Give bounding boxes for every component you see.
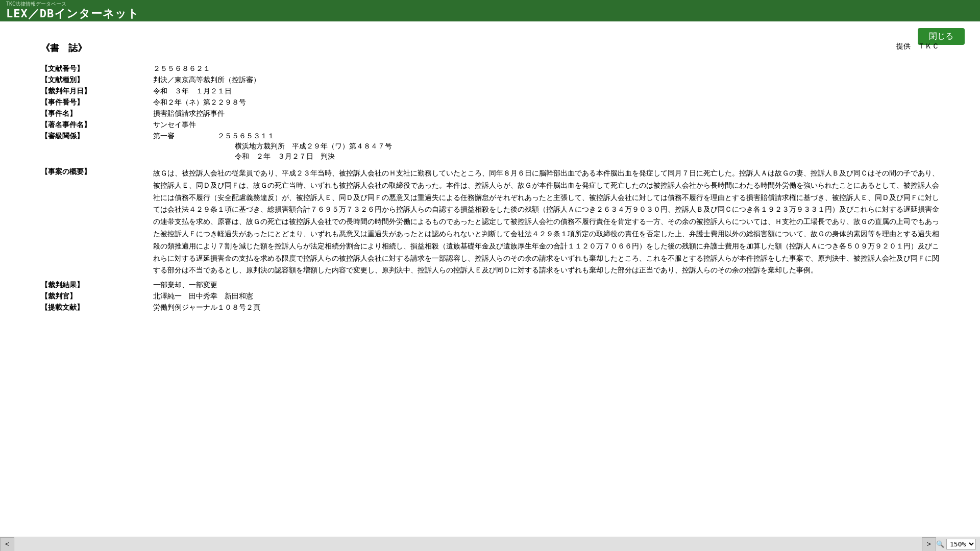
bottom-bar: ＜ ＞ 🔍 50% 75% 100% 125% 150% 175% 200%	[0, 537, 980, 551]
provider-info: 提供 ＴＫＣ	[896, 42, 939, 51]
saibankan-value: 北澤純一 田中秀幸 新田和憲	[153, 292, 939, 301]
header-main-title: LEX／DBインターネット	[6, 7, 139, 20]
saibankan-row: 【裁判官】 北澤純一 田中秀幸 新田和憲	[41, 292, 939, 301]
logo-area: TKC法律情報データベース LEX／DBインターネット	[6, 1, 139, 20]
scroll-left-arrow[interactable]: ＜	[0, 537, 14, 552]
gaiyo-block: 【事案の概要】 故Ｇは、被控訴人会社の従業員であり、平成２３年当時、被控訴人会社…	[41, 167, 939, 277]
jikenmeisho-label: 【事件名】	[41, 109, 153, 118]
shinshin-row: 【審級関係】 第一審 ２５５６５３１１ 横浜地方裁判所 平成２９年（ワ）第４８４…	[41, 132, 939, 162]
shinshin-value2: 横浜地方裁判所 平成２９年（ワ）第４８４７号	[235, 142, 392, 151]
bunkenbango-row: 【文献番号】 ２５５６８６２１	[41, 64, 939, 73]
saibankekka-value: 一部棄却、一部変更	[153, 281, 939, 290]
gaiyo-text: 故Ｇは、被控訴人会社の従業員であり、平成２３年当時、被控訴人会社のＨ支社に勤務し…	[153, 167, 939, 277]
bunkensyubetsu-value: 判決／東京高等裁判所（控訴審）	[153, 76, 939, 85]
saibanymd-value: 令和 ３年 １月２１日	[153, 87, 939, 96]
jikenmeisho-row: 【事件名】 損害賠償請求控訴事件	[41, 109, 939, 118]
saibanymd-row: 【裁判年月日】 令和 ３年 １月２１日	[41, 87, 939, 96]
bunkensyubetsu-label: 【文献種別】	[41, 76, 153, 85]
chomei-row: 【著名事件名】 サンセイ事件	[41, 120, 939, 130]
header: TKC法律情報データベース LEX／DBインターネット	[0, 0, 980, 21]
shinshin-value3: 令和 ２年 ３月２７日 判決	[235, 152, 392, 161]
chomei-value: サンセイ事件	[153, 120, 939, 130]
saibankekka-label: 【裁判結果】	[41, 281, 153, 290]
jikenbango-row: 【事件番号】 令和２年（ネ）第２２９８号	[41, 98, 939, 107]
jikenmeisho-value: 損害賠償請求控訴事件	[153, 109, 939, 118]
teisai-value: 労働判例ジャーナル１０８号２頁	[153, 303, 939, 312]
zoom-icon: 🔍	[936, 540, 944, 548]
zoom-dropdown[interactable]: 50% 75% 100% 125% 150% 175% 200%	[946, 539, 976, 549]
teisai-label: 【提載文献】	[41, 303, 153, 312]
shinshin-line3: 令和 ２年 ３月２７日 判決	[235, 152, 392, 161]
saibanymd-label: 【裁判年月日】	[41, 87, 153, 96]
shinshin-line1: 第一審 ２５５６５３１１	[153, 132, 392, 141]
saibankan-label: 【裁判官】	[41, 292, 153, 301]
scroll-right-arrow[interactable]: ＞	[922, 537, 936, 552]
gaiyo-label: 【事案の概要】	[41, 167, 153, 177]
main-content: 提供 ＴＫＣ 《書 誌》 【文献番号】 ２５５６８６２１ 【文献種別】 判決／東…	[0, 21, 980, 335]
header-sub-title: TKC法律情報データベース	[6, 1, 139, 7]
shoshi-title: 《書 誌》	[41, 42, 939, 54]
jikenbango-label: 【事件番号】	[41, 98, 153, 107]
teisai-row: 【提載文献】 労働判例ジャーナル１０８号２頁	[41, 303, 939, 312]
shinshin-line2: 横浜地方裁判所 平成２９年（ワ）第４８４７号	[235, 142, 392, 151]
chomei-label: 【著名事件名】	[41, 120, 153, 130]
jikenbango-value: 令和２年（ネ）第２２９８号	[153, 98, 939, 107]
saibankekka-row: 【裁判結果】 一部棄却、一部変更	[41, 281, 939, 290]
shinshin-label: 【審級関係】	[41, 132, 153, 141]
bunkenbango-label: 【文献番号】	[41, 64, 153, 73]
bunkenbango-value: ２５５６８６２１	[153, 64, 939, 73]
shinshin-value1: 第一審 ２５５６５３１１	[153, 132, 392, 141]
zoom-area: 🔍 50% 75% 100% 125% 150% 175% 200%	[936, 539, 980, 549]
bunkensyubetsu-row: 【文献種別】 判決／東京高等裁判所（控訴審）	[41, 76, 939, 85]
shinshin-block: 第一審 ２５５６５３１１ 横浜地方裁判所 平成２９年（ワ）第４８４７号 令和 ２…	[153, 132, 392, 162]
